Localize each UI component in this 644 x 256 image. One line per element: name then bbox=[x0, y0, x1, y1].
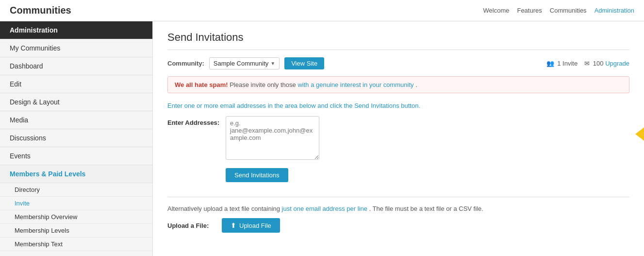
upload-file-btn-label: Upload File bbox=[239, 222, 271, 229]
upgrade-count: 100 bbox=[593, 60, 604, 67]
view-site-button[interactable]: View Site bbox=[284, 57, 324, 69]
spam-warning-bold: We all hate spam! bbox=[175, 81, 228, 88]
upgrade-link[interactable]: Upgrade bbox=[605, 60, 629, 67]
form-description-text2: and click the Send Invitations button. bbox=[317, 102, 420, 109]
sidebar-item-events[interactable]: Events bbox=[0, 147, 152, 165]
send-invitations-button[interactable]: Send Invitations bbox=[226, 168, 288, 182]
community-label: Community: bbox=[167, 60, 204, 67]
enter-addresses-label: Enter Addresses: bbox=[167, 116, 226, 126]
community-dropdown[interactable]: Sample Community ▼ bbox=[209, 57, 280, 69]
upload-file-label: Upload a File: bbox=[167, 222, 216, 229]
community-bar: Community: Sample Community ▼ View Site … bbox=[167, 57, 629, 69]
page-layout: Administration My Communities Dashboard … bbox=[0, 21, 644, 256]
invite-count: 1 bbox=[557, 60, 561, 67]
form-description: Enter one or more email addresses in the… bbox=[167, 102, 629, 109]
top-nav: Communities Welcome Features Communities… bbox=[0, 0, 644, 21]
upload-description: Alternatively upload a text file contain… bbox=[167, 205, 629, 212]
spam-warning-end: . bbox=[415, 81, 417, 88]
upload-icon: ⬆ bbox=[231, 222, 236, 229]
community-bar-left: Community: Sample Community ▼ View Site bbox=[167, 57, 324, 69]
address-form-row: Enter Addresses: bbox=[167, 116, 629, 161]
upload-file-row: Upload a File: ⬆ Upload File bbox=[167, 218, 629, 233]
sidebar: Administration My Communities Dashboard … bbox=[0, 21, 153, 256]
form-description-highlight: area below bbox=[285, 102, 316, 109]
spam-warning-text: Please invite only those bbox=[230, 81, 297, 88]
upload-desc-text1: Alternatively upload a text file contain… bbox=[167, 205, 282, 212]
sidebar-sub-membership-levels[interactable]: Membership Levels bbox=[0, 224, 152, 238]
dropdown-arrow-icon: ▼ bbox=[270, 61, 275, 66]
section-divider bbox=[167, 197, 629, 197]
brand-logo: Communities bbox=[10, 5, 71, 16]
form-description-text: Enter one or more email addresses in the bbox=[167, 102, 285, 109]
upload-desc-link[interactable]: just one email address per line bbox=[282, 205, 367, 212]
arrow-indicator bbox=[637, 125, 644, 145]
sidebar-sub-directory[interactable]: Directory bbox=[0, 183, 152, 197]
address-textarea[interactable] bbox=[226, 116, 319, 160]
sidebar-item-dashboard[interactable]: Dashboard bbox=[0, 57, 152, 75]
sidebar-item-my-communities[interactable]: My Communities bbox=[0, 39, 152, 57]
spam-warning: We all hate spam! Please invite only tho… bbox=[167, 76, 629, 93]
page-title: Send Invitations bbox=[167, 31, 629, 50]
upgrade-count-display: ✉ 100 Upgrade bbox=[584, 60, 629, 67]
mail-icon: ✉ bbox=[584, 60, 590, 67]
community-name: Sample Community bbox=[214, 60, 268, 67]
sidebar-item-media[interactable]: Media bbox=[0, 111, 152, 129]
invite-count-display: 👥 1 Invite bbox=[546, 60, 578, 67]
spam-warning-link[interactable]: with a genuine interest in your communit… bbox=[297, 81, 413, 88]
upload-desc-text2: . The file must be a text file or a CSV … bbox=[369, 205, 483, 212]
sidebar-item-messaging[interactable]: Messaging bbox=[0, 251, 152, 256]
sidebar-item-edit[interactable]: Edit bbox=[0, 75, 152, 93]
sidebar-item-discussions[interactable]: Discussions bbox=[0, 129, 152, 147]
people-icon: 👥 bbox=[546, 60, 554, 67]
sidebar-item-design-layout[interactable]: Design & Layout bbox=[0, 93, 152, 111]
community-bar-right: 👥 1 Invite ✉ 100 Upgrade bbox=[546, 60, 629, 67]
top-nav-links: Welcome Features Communities Administrat… bbox=[483, 7, 635, 14]
invite-label: Invite bbox=[562, 60, 578, 67]
sidebar-sub-membership-text[interactable]: Membership Text bbox=[0, 238, 152, 251]
sidebar-sub-invite[interactable]: Invite bbox=[0, 197, 152, 210]
nav-communities[interactable]: Communities bbox=[550, 7, 587, 14]
nav-welcome[interactable]: Welcome bbox=[483, 7, 510, 14]
nav-features[interactable]: Features bbox=[517, 7, 542, 14]
sidebar-item-members-paid-levels[interactable]: Members & Paid Levels bbox=[0, 165, 152, 183]
nav-administration[interactable]: Administration bbox=[594, 7, 634, 14]
sidebar-sub-membership-overview[interactable]: Membership Overview bbox=[0, 210, 152, 224]
upload-file-button[interactable]: ⬆ Upload File bbox=[222, 218, 280, 233]
main-content: Send Invitations Community: Sample Commu… bbox=[153, 21, 644, 256]
sidebar-item-administration[interactable]: Administration bbox=[0, 21, 152, 39]
